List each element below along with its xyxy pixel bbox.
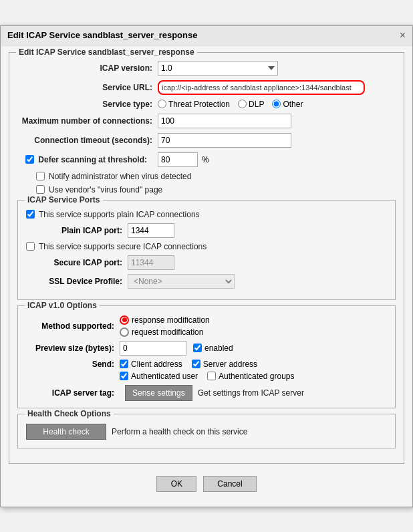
- defer-scanning-checkbox[interactable]: [25, 155, 34, 164]
- preview-size-input[interactable]: [120, 341, 186, 356]
- plain-icap-row: This service supports plain ICAP connect…: [26, 210, 387, 219]
- secure-port-input: [128, 255, 174, 270]
- method-response-option[interactable]: response modification: [120, 315, 210, 325]
- service-type-dlp-radio[interactable]: [238, 100, 247, 108]
- method-response-radio-inner: [122, 317, 127, 322]
- health-check-description: Perform a health check on this service: [112, 427, 247, 436]
- plain-icap-label[interactable]: This service supports plain ICAP connect…: [39, 210, 200, 219]
- method-response-label: response modification: [132, 315, 210, 325]
- dialog-title: Edit ICAP Service sandblast_server_respo…: [7, 30, 197, 40]
- vendor-page-row: Use vendor's "virus found" page: [17, 185, 396, 194]
- service-type-other-label: Other: [283, 100, 303, 109]
- service-type-row: Service type: Threat Protection DLP Othe…: [17, 100, 396, 109]
- ports-legend: ICAP Service Ports: [25, 195, 103, 205]
- dialog-title-bar: Edit ICAP Service sandblast_server_respo…: [1, 26, 412, 45]
- method-options: response modification request modificati…: [120, 315, 210, 337]
- ssl-select: <None>: [128, 274, 235, 289]
- secure-port-label: Secure ICAP port:: [42, 258, 122, 267]
- send-checks-2: Authenticated user Authenticated groups: [120, 372, 295, 381]
- service-type-other-radio[interactable]: [272, 100, 281, 108]
- auth-groups-check[interactable]: Authenticated groups: [207, 372, 294, 381]
- edit-icap-dialog: Edit ICAP Service sandblast_server_respo…: [0, 25, 413, 507]
- send-row-2: Authenticated user Authenticated groups: [26, 372, 387, 381]
- auth-groups-label: Authenticated groups: [219, 372, 294, 381]
- max-connections-row: Maximum number of connections:: [17, 114, 396, 128]
- plain-port-input[interactable]: [128, 223, 174, 238]
- defer-scanning-label: Defer scanning at threshold:: [38, 155, 152, 164]
- service-type-dlp[interactable]: DLP: [238, 100, 264, 109]
- method-request-label: request modification: [132, 327, 203, 337]
- enabled-check: enabled: [193, 344, 233, 353]
- send-label: Send:: [26, 360, 120, 369]
- ports-group: ICAP Service Ports This service supports…: [17, 200, 396, 300]
- auth-user-check[interactable]: Authenticated user: [120, 372, 198, 381]
- client-address-check[interactable]: Client address: [120, 360, 182, 369]
- outer-group-legend: Edit ICAP Service sandblast_server_respo…: [16, 47, 197, 57]
- server-address-check[interactable]: Server address: [192, 360, 257, 369]
- ssl-profile-row: SSL Device Profile: <None>: [42, 274, 387, 289]
- icap-version-select[interactable]: 1.0 1.1: [158, 61, 278, 76]
- service-type-other[interactable]: Other: [272, 100, 303, 109]
- send-checks-1: Client address Server address: [120, 360, 257, 369]
- cancel-button[interactable]: Cancel: [203, 476, 256, 492]
- send-row-1: Send: Client address Server address: [26, 360, 387, 369]
- secure-port-row: Secure ICAP port:: [42, 255, 387, 270]
- method-response-radio-indicator: [120, 315, 129, 325]
- preview-size-label: Preview size (bytes):: [26, 344, 120, 353]
- health-group: Health Check Options Health check Perfor…: [17, 414, 396, 448]
- enabled-label: enabled: [204, 344, 233, 353]
- preview-size-row: Preview size (bytes): enabled: [26, 341, 387, 356]
- icap-v1-legend: ICAP v1.0 Options: [25, 301, 100, 310]
- secure-icap-checkbox[interactable]: [26, 242, 35, 251]
- client-address-label: Client address: [131, 360, 182, 369]
- service-url-input[interactable]: [158, 80, 365, 95]
- service-url-label: Service URL:: [17, 83, 158, 92]
- max-connections-input[interactable]: [158, 114, 291, 128]
- tag-label: ICAP server tag:: [26, 388, 120, 398]
- secure-icap-label[interactable]: This service supports secure ICAP connec…: [39, 242, 206, 251]
- dialog-footer: OK Cancel: [9, 471, 404, 500]
- service-type-options: Threat Protection DLP Other: [158, 100, 303, 109]
- max-connections-label: Maximum number of connections:: [17, 116, 158, 126]
- defer-scanning-row: Defer scanning at threshold: %: [17, 152, 396, 167]
- ssl-label: SSL Device Profile:: [42, 277, 122, 286]
- service-url-row: Service URL:: [17, 80, 396, 95]
- auth-user-label: Authenticated user: [131, 372, 198, 381]
- ok-button[interactable]: OK: [156, 476, 196, 492]
- notify-admin-label[interactable]: Notify administrator when virus detected: [49, 172, 191, 181]
- defer-scanning-input[interactable]: [158, 152, 198, 167]
- dialog-body: Edit ICAP Service sandblast_server_respo…: [1, 45, 412, 507]
- health-check-button[interactable]: Health check: [26, 424, 106, 440]
- close-button[interactable]: ×: [400, 30, 406, 41]
- method-request-option[interactable]: request modification: [120, 327, 210, 337]
- sense-settings-button[interactable]: Sense settings: [125, 385, 192, 401]
- vendor-page-label[interactable]: Use vendor's "virus found" page: [49, 185, 162, 194]
- plain-port-label: Plain ICAP port:: [42, 226, 122, 235]
- plain-port-row: Plain ICAP port:: [42, 223, 387, 238]
- service-type-threat[interactable]: Threat Protection: [158, 100, 230, 109]
- method-row: Method supported: response modification …: [26, 315, 387, 337]
- client-address-checkbox[interactable]: [120, 360, 128, 368]
- enabled-checkbox[interactable]: [193, 344, 202, 352]
- tag-description: Get settings from ICAP server: [198, 388, 304, 398]
- connection-timeout-row: Connection timeout (seconds):: [17, 133, 396, 148]
- service-type-label: Service type:: [17, 100, 158, 109]
- plain-icap-checkbox[interactable]: [26, 210, 35, 219]
- service-type-threat-radio[interactable]: [158, 100, 166, 108]
- vendor-page-checkbox[interactable]: [36, 185, 45, 194]
- outer-group: Edit ICAP Service sandblast_server_respo…: [9, 52, 404, 464]
- method-label: Method supported:: [26, 321, 120, 331]
- notify-admin-checkbox[interactable]: [36, 172, 45, 180]
- health-legend: Health Check Options: [25, 409, 114, 418]
- tag-row: ICAP server tag: Sense settings Get sett…: [26, 385, 387, 401]
- icap-v1-group: ICAP v1.0 Options Method supported: resp…: [17, 305, 396, 408]
- auth-user-checkbox[interactable]: [120, 372, 128, 380]
- secure-icap-row: This service supports secure ICAP connec…: [26, 242, 387, 251]
- method-request-radio-indicator: [120, 327, 129, 337]
- connection-timeout-input[interactable]: [158, 133, 291, 148]
- service-type-threat-label: Threat Protection: [168, 100, 230, 109]
- server-address-checkbox[interactable]: [192, 360, 200, 368]
- auth-groups-checkbox[interactable]: [207, 372, 216, 380]
- health-row: Health check Perform a health check on t…: [26, 424, 387, 440]
- service-type-dlp-label: DLP: [249, 100, 264, 109]
